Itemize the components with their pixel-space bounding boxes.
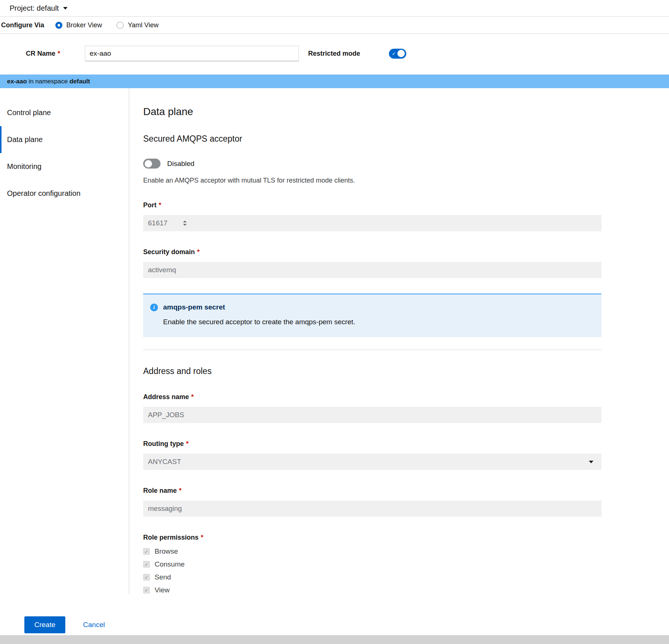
port-label: Port*	[143, 201, 609, 209]
required-indicator: *	[191, 393, 194, 401]
banner-cr-name: ex-aao	[7, 78, 27, 85]
role-name-input: messaging	[143, 501, 601, 517]
checkbox-checked-icon: ✓	[143, 548, 150, 555]
configure-via-label: Configure Via	[1, 21, 44, 29]
required-indicator: *	[159, 201, 161, 209]
cr-name-row: CR Name* Restricted mode ✓	[0, 45, 669, 62]
security-domain-value: activemq	[148, 266, 176, 274]
radio-broker-view[interactable]: Broker View	[55, 21, 102, 29]
info-alert-body: amqps-pem secret Enable the secured acce…	[163, 303, 355, 326]
info-alert-title: amqps-pem secret	[163, 303, 355, 311]
radio-yaml-view-label: Yaml View	[128, 21, 158, 29]
footer-actions: Create Cancel	[0, 616, 669, 633]
sidebar-item-operator-configuration[interactable]: Operator configuration	[0, 180, 129, 207]
toggle-knob	[145, 160, 152, 167]
checkbox-checked-icon: ✓	[143, 587, 150, 593]
port-input: 61617	[143, 215, 601, 231]
acceptor-toggle-label: Disabled	[167, 160, 194, 168]
create-button[interactable]: Create	[24, 616, 65, 633]
required-indicator: *	[179, 487, 182, 494]
role-name-label: Role name*	[143, 487, 609, 495]
role-name-value: messaging	[148, 505, 182, 513]
checkbox-checked-icon: ✓	[143, 561, 150, 568]
address-name-value: APP_JOBS	[148, 411, 184, 419]
required-indicator: *	[201, 534, 203, 541]
security-domain-input: activemq	[143, 262, 601, 278]
info-alert-description: Enable the secured acceptor to create th…	[163, 318, 355, 326]
checkbox-view-label: View	[155, 586, 170, 594]
acceptor-help-text: Enable an AMQPS acceptor with mutual TLS…	[143, 177, 609, 184]
port-field: Port* 61617	[143, 201, 609, 231]
radio-selected-icon	[55, 22, 62, 29]
checkbox-consume-label: Consume	[155, 560, 185, 568]
toggle-knob	[397, 50, 405, 57]
cancel-button[interactable]: Cancel	[83, 621, 105, 629]
checkbox-browse-label: Browse	[155, 547, 178, 555]
routing-type-field: Routing type* ANYCAST	[143, 440, 609, 470]
main-panel: Data plane Secured AMQPS acceptor Disabl…	[129, 88, 609, 594]
required-indicator: *	[186, 440, 189, 447]
bottom-strip	[0, 635, 669, 644]
sidebar-nav: Control plane Data plane Monitoring Oper…	[0, 88, 129, 594]
role-name-field: Role name* messaging	[143, 487, 609, 517]
sidebar-item-data-plane[interactable]: Data plane	[0, 126, 129, 153]
caret-down-icon	[63, 7, 68, 10]
checkbox-send: ✓ Send	[143, 573, 609, 581]
acceptor-section-title: Secured AMQPS acceptor	[143, 134, 609, 144]
content-area: Control plane Data plane Monitoring Oper…	[0, 88, 669, 594]
info-alert: i amqps-pem secret Enable the secured ac…	[143, 294, 601, 337]
port-value: 61617	[148, 219, 168, 227]
routing-type-value: ANYCAST	[148, 458, 181, 466]
checkbox-consume: ✓ Consume	[143, 560, 609, 568]
namespace-banner: ex-aao in namespace default	[0, 75, 669, 88]
required-indicator: *	[197, 248, 200, 256]
address-name-label: Address name*	[143, 393, 609, 401]
divider	[143, 350, 601, 350]
checkbox-browse: ✓ Browse	[143, 547, 609, 555]
cr-name-input[interactable]	[85, 46, 299, 61]
banner-middle-text: in namespace	[27, 78, 69, 85]
address-name-field: Address name* APP_JOBS	[143, 393, 609, 423]
role-permissions-field: Role permissions* ✓ Browse ✓ Consume ✓ S…	[143, 534, 609, 594]
sidebar-item-monitoring[interactable]: Monitoring	[0, 153, 129, 180]
radio-unselected-icon	[117, 22, 124, 29]
info-icon: i	[150, 304, 158, 311]
checkbox-checked-icon: ✓	[143, 574, 150, 581]
security-domain-field: Security domain* activemq	[143, 248, 609, 278]
address-name-input: APP_JOBS	[143, 407, 601, 423]
role-permissions-list: ✓ Browse ✓ Consume ✓ Send ✓ View	[143, 547, 609, 594]
configure-via-radio-group: Broker View Yaml View	[55, 21, 159, 29]
banner-namespace: default	[69, 78, 90, 85]
number-stepper-icon	[183, 221, 187, 226]
role-permissions-label: Role permissions*	[143, 534, 609, 541]
project-selector-label: Project: default	[10, 4, 59, 13]
routing-type-label: Routing type*	[143, 440, 609, 448]
restricted-mode-toggle[interactable]: ✓	[389, 49, 406, 59]
page-title: Data plane	[143, 106, 609, 118]
configure-via-bar: Configure Via Broker View Yaml View	[0, 17, 669, 34]
required-indicator: *	[58, 50, 60, 57]
routing-type-select: ANYCAST	[143, 454, 601, 470]
sidebar-item-control-plane[interactable]: Control plane	[0, 99, 129, 126]
project-selector[interactable]: Project: default	[0, 0, 669, 17]
checkbox-send-label: Send	[155, 573, 171, 581]
address-section-title: Address and roles	[143, 366, 609, 376]
cr-name-label: CR Name*	[0, 50, 85, 58]
acceptor-toggle[interactable]	[143, 159, 161, 169]
check-icon: ✓	[392, 50, 396, 57]
acceptor-toggle-row: Disabled	[143, 159, 609, 169]
restricted-mode-label: Restricted mode	[308, 50, 360, 58]
security-domain-label: Security domain*	[143, 248, 609, 256]
checkbox-view: ✓ View	[143, 586, 609, 594]
caret-down-icon	[589, 461, 593, 463]
radio-broker-view-label: Broker View	[66, 21, 102, 29]
radio-yaml-view[interactable]: Yaml View	[117, 21, 158, 29]
